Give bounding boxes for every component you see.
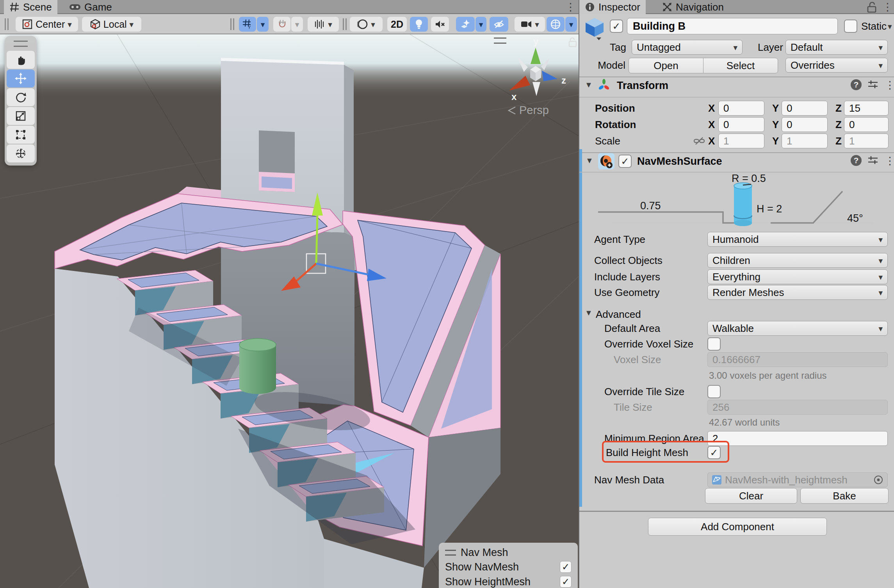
orientation-dropdown[interactable]: Local ▾ bbox=[82, 17, 141, 32]
rotation-y-axis-label: Y bbox=[772, 117, 779, 132]
grid-snap-button[interactable]: Y bbox=[239, 17, 256, 32]
move-tool-button[interactable] bbox=[7, 69, 35, 87]
tab-navigation[interactable]: Navigation bbox=[657, 0, 729, 14]
navmeshsurface-help-icon[interactable]: ? bbox=[850, 155, 862, 166]
persp-label: Persp bbox=[519, 104, 549, 117]
default-area-dropdown[interactable]: Walkable ▾ bbox=[707, 321, 888, 336]
clear-button[interactable]: Clear bbox=[705, 488, 797, 504]
transform-presets-icon[interactable] bbox=[867, 80, 878, 90]
gizmos-toggle-button[interactable] bbox=[547, 17, 565, 32]
transform-title: Transform bbox=[617, 80, 668, 92]
use-geometry-label: Use Geometry bbox=[594, 285, 660, 300]
object-picker-icon[interactable] bbox=[873, 475, 883, 485]
tag-label: Tag bbox=[600, 40, 626, 55]
pivot-mode-dropdown[interactable]: Center ▾ bbox=[16, 17, 78, 32]
transform-foldout[interactable]: ▼ bbox=[585, 80, 593, 89]
rotation-y-field[interactable]: 0 bbox=[782, 117, 828, 132]
navmeshsurface-enabled-checkbox[interactable]: ✓ bbox=[618, 155, 632, 168]
draw-mode-dropdown[interactable]: ▾ bbox=[350, 17, 383, 32]
check-icon: ✓ bbox=[621, 156, 629, 167]
show-navmesh-checkbox[interactable]: ✓ bbox=[560, 561, 572, 573]
navmeshsurface-presets-icon[interactable] bbox=[867, 155, 878, 166]
collect-objects-dropdown[interactable]: Children ▾ bbox=[707, 253, 888, 268]
use-geometry-dropdown[interactable]: Render Meshes ▾ bbox=[707, 285, 888, 300]
projection-toggle[interactable]: Persp bbox=[508, 104, 549, 117]
static-checkbox[interactable] bbox=[844, 20, 857, 33]
measure-tool-button[interactable]: ▾ bbox=[308, 17, 339, 32]
snap-increment-button[interactable] bbox=[273, 17, 290, 32]
navmesh-overlay-handle[interactable] bbox=[445, 550, 456, 556]
view-tool-button[interactable] bbox=[7, 51, 35, 69]
tab-inspector[interactable]: Inspector bbox=[579, 0, 646, 14]
rotation-z-axis-label: Z bbox=[835, 117, 842, 132]
gizmos-caret-button[interactable]: ▾ bbox=[565, 17, 577, 32]
tab-scene[interactable]: Scene bbox=[4, 0, 57, 14]
tag-dropdown[interactable]: Untagged ▾ bbox=[632, 40, 743, 55]
gameobject-name-field[interactable] bbox=[627, 18, 838, 34]
scale-z-field[interactable]: 1 bbox=[844, 134, 889, 148]
agent-type-dropdown[interactable]: Humanoid ▾ bbox=[707, 232, 888, 247]
position-x-field[interactable]: 0 bbox=[718, 101, 764, 116]
nav-mesh-data-field[interactable]: NavMesh-with_heightmesh bbox=[707, 472, 888, 487]
position-y-field[interactable]: 0 bbox=[782, 101, 828, 116]
gameobject-enabled-checkbox[interactable]: ✓ bbox=[610, 20, 623, 33]
orientation-gizmo[interactable]: y x z bbox=[493, 37, 579, 103]
info-icon bbox=[585, 2, 595, 12]
rotation-z-field[interactable]: 0 bbox=[844, 117, 889, 132]
palette-drag-handle[interactable] bbox=[14, 41, 28, 47]
overrides-dropdown[interactable]: Overrides ▾ bbox=[785, 58, 888, 73]
static-caret-icon[interactable]: ▾ bbox=[888, 22, 892, 30]
grid-icon: Y bbox=[242, 19, 253, 29]
prefab-cube-icon[interactable] bbox=[585, 17, 604, 41]
transform-help-icon[interactable]: ? bbox=[850, 79, 862, 91]
scale-y-field[interactable]: 1 bbox=[782, 134, 828, 148]
scene-tab-menu-icon[interactable]: ⋮ bbox=[565, 1, 576, 13]
layer-dropdown[interactable]: Default ▾ bbox=[785, 40, 888, 55]
camera-settings-dropdown[interactable]: ▾ bbox=[515, 17, 545, 32]
position-z-field[interactable]: 15 bbox=[844, 101, 889, 116]
override-voxel-size-checkbox[interactable] bbox=[707, 337, 721, 351]
rotate-tool-button[interactable] bbox=[7, 88, 35, 106]
lighting-toggle-button[interactable] bbox=[410, 17, 428, 32]
effects-caret-button[interactable]: ▾ bbox=[475, 17, 486, 32]
scale-link-icon[interactable] bbox=[693, 136, 705, 146]
position-y-axis-label: Y bbox=[772, 101, 779, 116]
minimum-region-area-field[interactable]: 2 bbox=[707, 431, 888, 446]
2d-toggle-button[interactable]: 2D bbox=[387, 17, 407, 32]
visibility-toggle-button[interactable] bbox=[490, 17, 508, 32]
gizmo-lock-icon[interactable] bbox=[569, 38, 576, 46]
advanced-foldout[interactable]: ▼ bbox=[585, 308, 593, 317]
inspector-menu-icon[interactable]: ⋮ bbox=[882, 1, 893, 13]
rotation-x-field[interactable]: 0 bbox=[718, 117, 764, 132]
tab-game[interactable]: Game bbox=[64, 0, 118, 14]
show-heightmesh-checkbox[interactable]: ✓ bbox=[560, 576, 572, 588]
override-tile-size-checkbox[interactable] bbox=[707, 385, 721, 398]
scale-tool-button[interactable] bbox=[7, 107, 35, 125]
scene-viewport[interactable]: y x z Persp Nav Mesh Show NavMesh ✓ Show… bbox=[0, 34, 579, 588]
add-component-button[interactable]: Add Component bbox=[648, 518, 827, 536]
tool-palette bbox=[5, 36, 37, 166]
snap-increment-caret-button[interactable]: ▾ bbox=[291, 17, 303, 32]
bake-button[interactable]: Bake bbox=[800, 488, 889, 504]
navmeshsurface-foldout[interactable]: ▼ bbox=[586, 156, 593, 165]
model-select-button[interactable]: Select bbox=[703, 58, 778, 73]
position-z-axis-label: Z bbox=[835, 101, 842, 116]
lock-icon[interactable] bbox=[867, 2, 877, 13]
include-layers-dropdown[interactable]: Everything ▾ bbox=[707, 269, 888, 284]
measure-caret-icon: ▾ bbox=[328, 20, 332, 29]
scale-icon bbox=[15, 110, 27, 122]
grid-snap-caret-button[interactable]: ▾ bbox=[257, 17, 269, 32]
gizmo-y-label: y bbox=[533, 37, 539, 46]
model-open-button[interactable]: Open bbox=[629, 58, 703, 73]
audio-mute-button[interactable] bbox=[431, 17, 449, 32]
rect-tool-button[interactable] bbox=[7, 126, 35, 144]
transform-tool-button[interactable] bbox=[7, 144, 35, 162]
scale-x-field[interactable]: 1 bbox=[718, 134, 764, 148]
effects-toggle-button[interactable] bbox=[456, 17, 475, 32]
navmeshsurface-menu-icon[interactable]: ⋮ bbox=[885, 155, 894, 167]
transform-menu-icon[interactable]: ⋮ bbox=[885, 79, 894, 91]
tag-value: Untagged bbox=[637, 41, 681, 53]
toolbar-drag-handle[interactable] bbox=[5, 18, 9, 30]
show-navmesh-label: Show NavMesh bbox=[445, 561, 519, 573]
2d-label: 2D bbox=[391, 19, 403, 30]
